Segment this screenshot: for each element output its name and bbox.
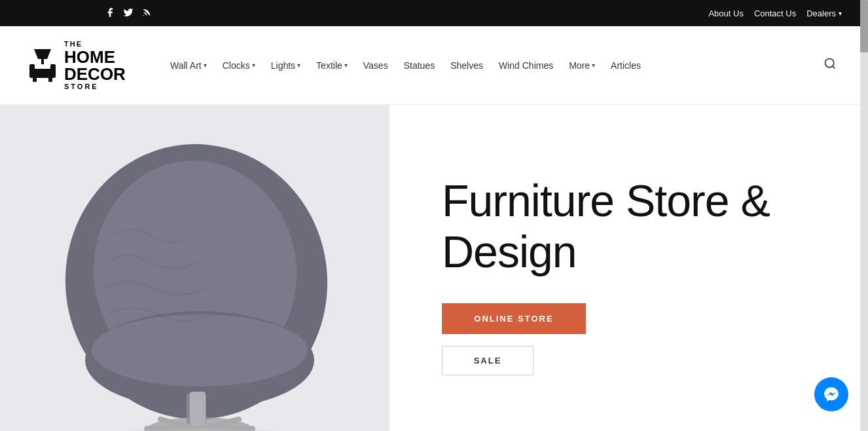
sale-button[interactable]: SALE — [442, 346, 533, 375]
nav-wind-chimes[interactable]: Wind Chimes — [492, 55, 560, 76]
social-links — [105, 7, 152, 20]
scrollbar-thumb[interactable] — [860, 0, 868, 52]
rss-icon[interactable] — [141, 7, 152, 20]
dealers-chevron: ▾ — [839, 10, 842, 17]
header: THE HOME DECOR STORE Wall Art ▾ Clocks ▾… — [0, 26, 868, 105]
top-bar-links: About Us Contact Us Dealers ▾ — [708, 9, 842, 18]
hero-image — [0, 105, 389, 431]
svg-point-8 — [825, 59, 834, 67]
nav-textile[interactable]: Textile ▾ — [310, 55, 354, 76]
hero-content: Furniture Store & Design ONLINE STORE SA… — [389, 105, 868, 431]
online-store-button[interactable]: ONLINE STORE — [442, 303, 586, 334]
svg-rect-7 — [48, 78, 52, 82]
scrollbar[interactable] — [860, 0, 868, 431]
dealers-link[interactable]: Dealers — [806, 9, 836, 18]
main-nav: Wall Art ▾ Clocks ▾ Lights ▾ Textile ▾ V… — [164, 55, 818, 76]
search-button[interactable] — [818, 52, 842, 79]
more-chevron: ▾ — [592, 62, 595, 69]
contact-us-link[interactable]: Contact Us — [754, 9, 796, 18]
chair-illustration — [0, 105, 389, 431]
svg-rect-6 — [33, 78, 37, 82]
logo[interactable]: THE HOME DECOR STORE — [26, 40, 144, 90]
facebook-icon[interactable] — [105, 7, 115, 20]
nav-shelves[interactable]: Shelves — [444, 55, 490, 76]
twitter-icon[interactable] — [123, 7, 134, 20]
about-us-link[interactable]: About Us — [708, 9, 743, 18]
logo-text: THE HOME DECOR STORE — [64, 40, 126, 90]
textile-chevron: ▾ — [344, 62, 348, 69]
svg-rect-5 — [50, 64, 56, 77]
logo-icon — [26, 46, 59, 85]
dealers-wrap[interactable]: Dealers ▾ — [806, 9, 842, 18]
svg-point-14 — [92, 314, 308, 386]
nav-statues[interactable]: Statues — [397, 55, 441, 76]
nav-lights[interactable]: Lights ▾ — [264, 55, 307, 76]
nav-wall-art[interactable]: Wall Art ▾ — [164, 55, 213, 76]
svg-point-0 — [143, 15, 144, 16]
svg-rect-21 — [190, 392, 206, 426]
hero-title: Furniture Store & Design — [442, 175, 816, 277]
messenger-bubble[interactable] — [814, 377, 848, 411]
hero-section: Furniture Store & Design ONLINE STORE SA… — [0, 105, 868, 431]
svg-line-9 — [833, 66, 835, 69]
messenger-icon — [823, 386, 840, 403]
top-bar: About Us Contact Us Dealers ▾ — [0, 0, 868, 26]
nav-articles[interactable]: Articles — [604, 55, 647, 76]
clocks-chevron: ▾ — [252, 62, 255, 69]
nav-vases[interactable]: Vases — [357, 55, 395, 76]
svg-marker-1 — [34, 49, 51, 59]
nav-clocks[interactable]: Clocks ▾ — [216, 55, 262, 76]
nav-more[interactable]: More ▾ — [562, 55, 602, 76]
svg-rect-4 — [29, 64, 35, 77]
svg-rect-2 — [41, 59, 44, 64]
wall-art-chevron: ▾ — [204, 62, 207, 69]
lights-chevron: ▾ — [297, 62, 300, 69]
